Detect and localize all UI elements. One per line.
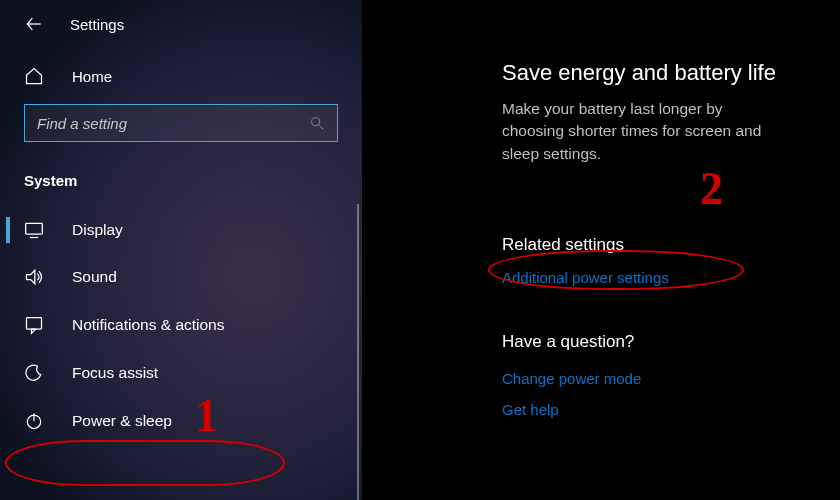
- sidebar-item-focus-assist[interactable]: Focus assist: [0, 349, 362, 397]
- sidebar-item-label: Display: [72, 221, 123, 239]
- back-button[interactable]: [24, 14, 44, 34]
- search-icon: [309, 115, 325, 131]
- sidebar-item-label: Notifications & actions: [72, 316, 225, 334]
- sidebar-item-power-sleep[interactable]: Power & sleep: [0, 397, 362, 445]
- svg-rect-6: [27, 318, 42, 330]
- save-energy-text: Make your battery last longer by choosin…: [502, 98, 780, 165]
- svg-rect-3: [26, 223, 43, 234]
- related-settings-heading: Related settings: [502, 235, 780, 255]
- sound-icon: [24, 267, 44, 287]
- power-icon: [24, 411, 44, 431]
- home-icon: [24, 66, 44, 86]
- annotation-circle-1: [5, 440, 285, 486]
- annotation-number-2: 2: [700, 162, 723, 215]
- get-help-link[interactable]: Get help: [502, 401, 780, 418]
- notifications-icon: [24, 315, 44, 335]
- sidebar-category: System: [0, 156, 362, 197]
- sidebar-home[interactable]: Home: [0, 56, 362, 104]
- active-indicator: [6, 217, 10, 243]
- sidebar-item-display[interactable]: Display: [0, 207, 362, 253]
- save-energy-heading: Save energy and battery life: [502, 60, 780, 86]
- scrollbar[interactable]: [357, 204, 359, 500]
- search-wrap: Find a setting: [0, 104, 362, 156]
- sidebar-item-notifications[interactable]: Notifications & actions: [0, 301, 362, 349]
- app-root: Settings Home Find a setting Sy: [0, 0, 840, 500]
- sidebar-home-label: Home: [72, 68, 112, 85]
- additional-power-settings-link[interactable]: Additional power settings: [502, 269, 780, 286]
- svg-marker-5: [27, 270, 35, 283]
- sidebar-item-label: Power & sleep: [72, 412, 172, 430]
- sidebar-nav: Display Sound: [0, 207, 362, 445]
- change-power-mode-link[interactable]: Change power mode: [502, 370, 780, 387]
- svg-marker-7: [32, 329, 36, 333]
- search-input[interactable]: Find a setting: [24, 104, 338, 142]
- sidebar-item-label: Focus assist: [72, 364, 158, 382]
- focus-assist-icon: [24, 363, 44, 383]
- sidebar-item-label: Sound: [72, 268, 117, 286]
- main-content: Save energy and battery life Make your b…: [362, 0, 840, 500]
- display-icon: [24, 221, 44, 239]
- settings-sidebar: Settings Home Find a setting Sy: [0, 0, 362, 500]
- titlebar: Settings: [0, 14, 362, 56]
- titlebar-title: Settings: [70, 16, 124, 33]
- svg-point-1: [312, 118, 320, 126]
- sidebar-item-sound[interactable]: Sound: [0, 253, 362, 301]
- svg-line-2: [319, 125, 323, 129]
- have-a-question-heading: Have a question?: [502, 332, 780, 352]
- search-placeholder: Find a setting: [37, 115, 127, 132]
